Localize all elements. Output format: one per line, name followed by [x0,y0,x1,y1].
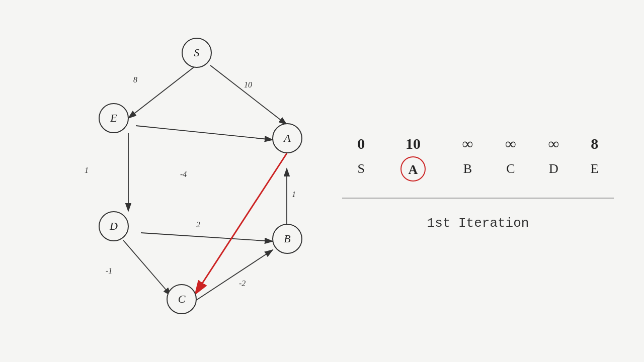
label-C: C [489,154,532,186]
table-area: 0 10 ∞ ∞ ∞ 8 S A B C D E [342,131,614,231]
edge-label-SA: 10 [244,80,252,89]
value-D: ∞ [532,131,576,154]
label-B: B [446,154,490,186]
label-D: D [532,154,576,186]
svg-line-9 [196,250,273,300]
graph-area: S E A D B C 8 10 1 -4 -1 2 1 -2 [30,10,342,352]
node-C: C [167,284,197,314]
table-divider [342,198,614,199]
value-C: ∞ [489,131,532,154]
node-D: D [99,211,129,241]
node-E: E [99,103,129,133]
values-row: 0 10 ∞ ∞ ∞ 8 [342,131,614,154]
distance-table: 0 10 ∞ ∞ ∞ 8 S A B C D E [342,131,614,186]
node-S: S [182,38,212,68]
edge-label-SE: 8 [133,75,137,84]
edge-label-BA: 1 [292,190,296,199]
svg-line-5 [136,126,273,140]
labels-row: S A B C D E [342,154,614,186]
iteration-label: 1st Iteration [427,216,529,231]
svg-line-7 [141,233,273,241]
edge-label-CB: -2 [239,279,246,288]
svg-line-2 [128,65,196,118]
svg-line-10 [195,153,287,294]
value-A: 10 [380,131,446,154]
node-B: B [272,224,302,254]
edge-label-EA: -4 [180,170,187,179]
highlighted-node-A: A [400,156,426,182]
edge-label-DB: 2 [196,220,200,229]
svg-line-6 [123,240,171,296]
node-A: A [272,123,302,153]
label-E: E [575,154,614,186]
edge-label-DC: -1 [106,266,112,276]
main-container: S E A D B C 8 10 1 -4 -1 2 1 -2 0 [0,0,644,362]
label-A-highlighted: A [380,154,446,186]
label-S: S [342,154,380,186]
edge-label-ED: 1 [85,166,89,175]
value-E: 8 [575,131,614,154]
svg-line-3 [210,65,287,125]
value-S: 0 [342,131,380,154]
value-B: ∞ [446,131,490,154]
